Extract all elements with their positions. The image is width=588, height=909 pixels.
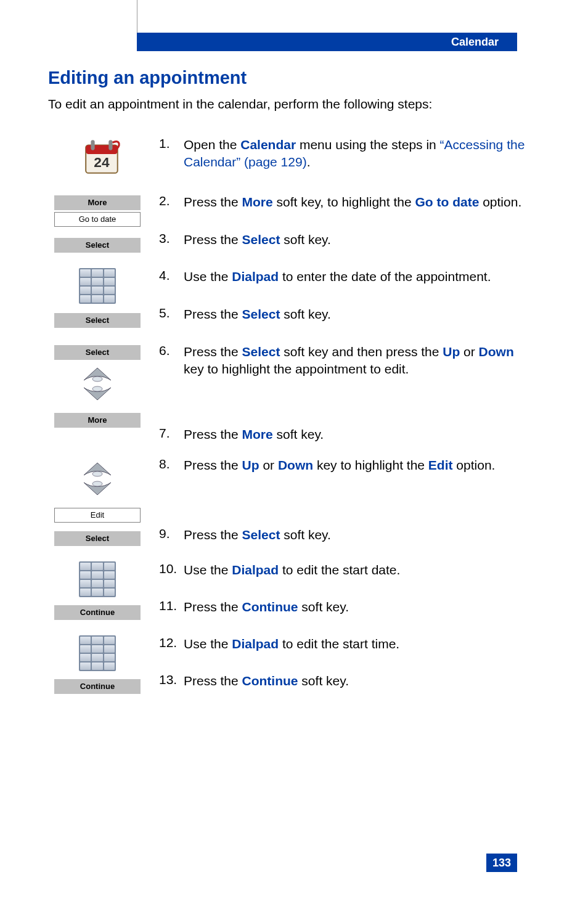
softkey-select[interactable]: Select xyxy=(54,238,141,253)
dialpad-icon xyxy=(79,561,116,597)
svg-text:24: 24 xyxy=(94,154,110,170)
step-number: 6. xyxy=(159,343,184,392)
page-number: 133 xyxy=(486,854,517,872)
step-number: 11. xyxy=(159,598,184,635)
step-text: Press the Select soft key. xyxy=(184,231,526,269)
svg-point-7 xyxy=(92,471,102,476)
softkey-select[interactable]: Select xyxy=(54,531,141,546)
step-number: 9. xyxy=(159,489,184,561)
step-number: 8. xyxy=(159,457,184,489)
dialpad-icon xyxy=(79,268,116,304)
svg-rect-2 xyxy=(91,140,94,150)
svg-point-5 xyxy=(92,377,102,381)
step-number: 5. xyxy=(159,306,184,343)
nav-down-icon xyxy=(80,479,115,501)
page-title: Editing an appointment xyxy=(48,68,526,88)
step-number: 4. xyxy=(159,268,184,306)
section-title: Calendar xyxy=(451,36,499,49)
step-number: 1. xyxy=(159,136,184,194)
step-text: Press the Continue soft key. xyxy=(184,598,526,635)
softkey-select[interactable]: Select xyxy=(54,345,141,360)
nav-up-icon xyxy=(80,457,115,479)
nav-down-icon xyxy=(80,384,115,406)
step-text: Press the Select soft key. xyxy=(184,306,526,343)
step-number: 3. xyxy=(159,231,184,269)
step-text: Press the More soft key, to highlight th… xyxy=(184,194,526,231)
calendar-icon: 24 xyxy=(82,136,123,177)
step-text: Use the Dialpad to edit the start date. xyxy=(184,561,526,598)
header-rule xyxy=(137,0,137,34)
svg-point-6 xyxy=(92,386,102,391)
step-text: Press the Continue soft key. xyxy=(184,672,526,709)
step-number: 12. xyxy=(159,635,184,672)
steps-table: 24 1. Open the Calendar menu using the s… xyxy=(48,136,526,709)
svg-point-8 xyxy=(92,481,102,486)
softkey-more[interactable]: More xyxy=(54,195,141,210)
svg-rect-3 xyxy=(108,140,112,150)
intro-text: To edit an appointment in the calendar, … xyxy=(48,97,526,112)
step-text: Press the More soft key. xyxy=(184,392,526,457)
menu-item-go-to-date[interactable]: Go to date xyxy=(54,212,141,227)
dialpad-icon xyxy=(79,635,116,671)
softkey-more[interactable]: More xyxy=(54,413,141,428)
step-number: 2. xyxy=(159,194,184,231)
step-number: 10. xyxy=(159,561,184,598)
section-header: Calendar xyxy=(137,33,517,51)
step-text: Open the Calendar menu using the steps i… xyxy=(184,136,526,194)
nav-up-icon xyxy=(80,362,115,384)
softkey-continue[interactable]: Continue xyxy=(54,605,141,620)
step-text: Use the Dialpad to enter the date of the… xyxy=(184,268,526,306)
page-content: Editing an appointment To edit an appoin… xyxy=(48,68,526,709)
step-text: Press the Up or Down key to highlight th… xyxy=(184,457,526,489)
step-text: Press the Select soft key. xyxy=(184,489,526,561)
step-text: Press the Select soft key and then press… xyxy=(184,343,526,392)
softkey-continue[interactable]: Continue xyxy=(54,679,141,694)
menu-item-edit[interactable]: Edit xyxy=(54,508,141,523)
softkey-select[interactable]: Select xyxy=(54,313,141,328)
step-number: 13. xyxy=(159,672,184,709)
svg-rect-1 xyxy=(86,145,118,153)
step-text: Use the Dialpad to edit the start time. xyxy=(184,635,526,672)
step-number: 7. xyxy=(159,392,184,457)
